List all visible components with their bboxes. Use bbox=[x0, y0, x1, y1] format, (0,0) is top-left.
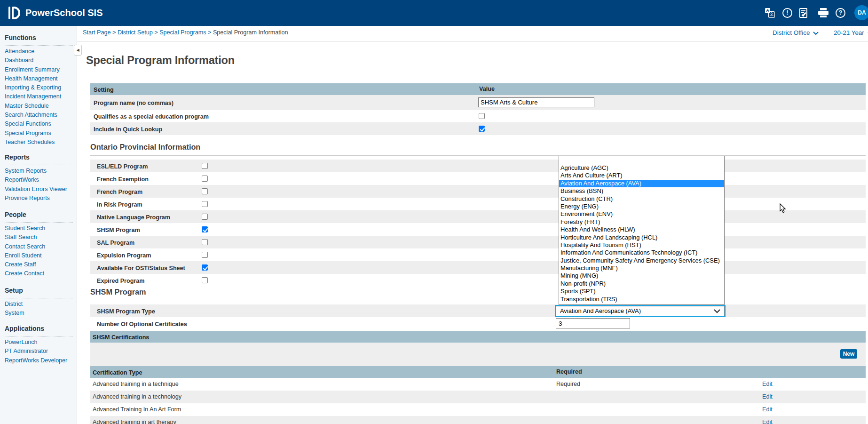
french-exemption-checkbox[interactable] bbox=[202, 176, 208, 182]
edit-link[interactable]: Edit bbox=[762, 403, 773, 416]
shsm-program-checkbox[interactable] bbox=[202, 226, 208, 232]
dropdown-option-health-and-wellness-hlw[interactable]: Health And Wellness (HLW) bbox=[559, 226, 724, 233]
breadcrumb-separator: > bbox=[206, 29, 213, 36]
sidebar-item-system[interactable]: System bbox=[5, 310, 24, 316]
sidebar-item-master-schedule[interactable]: Master Schedule bbox=[5, 103, 49, 109]
sidebar-item-staff-search[interactable]: Staff Search bbox=[5, 234, 37, 240]
translate-icon[interactable]: A 文 bbox=[765, 8, 775, 18]
sidebar-item-enroll-student[interactable]: Enroll Student bbox=[5, 252, 42, 259]
sidebar-item-pt-administrator[interactable]: PT Administrator bbox=[5, 348, 48, 354]
help-icon[interactable]: ? bbox=[836, 8, 845, 18]
sidebar-item-enrollment-summary[interactable]: Enrollment Summary bbox=[5, 66, 60, 73]
expired-program-checkbox[interactable] bbox=[202, 277, 208, 283]
sidebar-item-province-reports[interactable]: Province Reports bbox=[5, 195, 50, 201]
expulsion-program-checkbox[interactable] bbox=[202, 252, 208, 258]
native-language-program-checkbox[interactable] bbox=[202, 214, 208, 220]
sidebar-item-create-staff[interactable]: Create Staff bbox=[5, 261, 36, 268]
dropdown-option-construction-ctr[interactable]: Construction (CTR) bbox=[559, 195, 724, 203]
sidebar-item-special-functions[interactable]: Special Functions bbox=[5, 120, 51, 127]
sidebar-item-dashboard[interactable]: Dashboard bbox=[5, 57, 33, 64]
sidebar-item-importing-exporting[interactable]: Importing & Exporting bbox=[5, 84, 61, 91]
field-label: ESL/ELD Program bbox=[97, 163, 148, 170]
field-label: Expired Program bbox=[97, 278, 144, 284]
sidebar-item-reportworks-developer[interactable]: ReportWorks Developer bbox=[5, 357, 67, 364]
alert-icon[interactable]: ! bbox=[782, 8, 792, 18]
breadcrumb-special-programs[interactable]: Special Programs bbox=[159, 29, 206, 36]
sidebar-item-create-contact[interactable]: Create Contact bbox=[5, 270, 44, 277]
dropdown-option-mining-mng[interactable]: Mining (MNG) bbox=[559, 272, 724, 280]
shsm-program-type-select[interactable]: Aviation And Aerospace (AVA) bbox=[555, 305, 726, 317]
sidebar-list-item: System Reports bbox=[5, 167, 77, 176]
sidebar-item-special-programs[interactable]: Special Programs bbox=[5, 130, 51, 136]
dropdown-option-agriculture-agc[interactable]: Agriculture (AGC) bbox=[559, 164, 724, 172]
sidebar-item-contact-search[interactable]: Contact Search bbox=[5, 243, 45, 250]
sidebar-list: System ReportsReportWorksValidation Erro… bbox=[0, 167, 77, 203]
sidebar-list-item: Dashboard bbox=[5, 56, 77, 65]
edit-link[interactable]: Edit bbox=[762, 416, 773, 424]
printer-body bbox=[818, 11, 829, 15]
divider bbox=[5, 298, 73, 298]
optional-certificates-input[interactable] bbox=[556, 318, 630, 328]
breadcrumb-divider bbox=[77, 41, 868, 42]
sidebar-item-incident-management[interactable]: Incident Management bbox=[5, 93, 61, 100]
dropdown-option-manufacturing-mnf[interactable]: Manufacturing (MNF) bbox=[559, 264, 724, 272]
col-value: Value bbox=[479, 83, 495, 95]
print-icon[interactable] bbox=[818, 8, 829, 17]
field-label: Qualifies as a special education program bbox=[94, 113, 209, 120]
certifications-title: SHSM Certifications bbox=[93, 334, 149, 341]
term-selector[interactable]: 20-21 Year bbox=[834, 29, 868, 36]
sal-program-checkbox[interactable] bbox=[202, 239, 208, 245]
edit-link[interactable]: Edit bbox=[762, 391, 773, 403]
sidebar-item-student-search[interactable]: Student Search bbox=[5, 225, 45, 232]
dropdown-option-transportation-trs[interactable]: Transportation (TRS) bbox=[559, 296, 724, 303]
special-ed-checkbox[interactable] bbox=[479, 113, 485, 119]
dropdown-option-arts-and-culture-art[interactable]: Arts And Culture (ART) bbox=[559, 172, 724, 179]
breadcrumb-start-page[interactable]: Start Page bbox=[83, 29, 111, 36]
dropdown-option-environment-env[interactable]: Environment (ENV) bbox=[559, 210, 724, 218]
powerschool-logo-icon[interactable] bbox=[8, 7, 23, 19]
sidebar-collapse-button[interactable]: ◀ bbox=[74, 45, 82, 56]
dropdown-option-hospitality-and-tourism-hst[interactable]: Hospitality And Tourism (HST) bbox=[559, 241, 724, 249]
dropdown-option-energy-eng[interactable]: Energy (ENG) bbox=[559, 203, 724, 210]
french-program-checkbox[interactable] bbox=[202, 188, 208, 194]
sidebar-item-attendance[interactable]: Attendance bbox=[5, 48, 34, 55]
sidebar-section-title: Reports bbox=[5, 153, 77, 161]
dropdown-option-information-and-communications-technology-ict[interactable]: Information And Communications Technolog… bbox=[559, 249, 724, 256]
sidebar-list-item: Search Attachments bbox=[5, 111, 77, 120]
in-risk-program-checkbox[interactable] bbox=[202, 201, 208, 207]
divider bbox=[5, 222, 73, 223]
edit-link[interactable]: Edit bbox=[762, 378, 773, 391]
sidebar-item-validation-errors-viewer[interactable]: Validation Errors Viewer bbox=[5, 186, 67, 192]
dropdown-option-forestry-frt[interactable]: Forestry (FRT) bbox=[559, 218, 724, 226]
dropdown-option-horticulture-and-landscaping-hcl[interactable]: Horticulture And Landscaping (HCL) bbox=[559, 234, 724, 241]
sidebar-item-powerlunch[interactable]: PowerLunch bbox=[5, 339, 38, 345]
sidebar-item-reportworks[interactable]: ReportWorks bbox=[5, 176, 39, 183]
available-for-ost-status-sheet-checkbox[interactable] bbox=[202, 264, 208, 271]
program-name-input[interactable] bbox=[478, 97, 594, 107]
dropdown-option-sports-spt[interactable]: Sports (SPT) bbox=[559, 288, 724, 295]
sidebar-item-teacher-schedules[interactable]: Teacher Schedules bbox=[5, 139, 55, 145]
esl-eld-program-checkbox[interactable] bbox=[202, 163, 208, 169]
ontario-row-expulsion-program: Expulsion Program bbox=[90, 248, 866, 261]
form-check-icon[interactable] bbox=[799, 8, 807, 18]
new-button[interactable]: New bbox=[840, 349, 857, 359]
certifications-table: Advanced training in a techniqueRequired… bbox=[90, 378, 866, 424]
user-avatar[interactable]: DA bbox=[854, 5, 868, 20]
sidebar-section-reports: ReportsSystem ReportsReportWorksValidati… bbox=[0, 153, 77, 203]
dropdown-option-business-bsn[interactable]: Business (BSN) bbox=[559, 187, 724, 195]
breadcrumb-district-setup[interactable]: District Setup bbox=[118, 29, 153, 36]
dropdown-option-aviation-and-aerospace-ava[interactable]: Aviation And Aerospace (AVA) bbox=[559, 180, 724, 187]
school-selector[interactable]: District Office bbox=[773, 29, 819, 36]
certifications-toolbar bbox=[90, 343, 866, 366]
sidebar-item-search-attachments[interactable]: Search Attachments bbox=[5, 112, 57, 118]
sidebar-item-system-reports[interactable]: System Reports bbox=[5, 168, 47, 174]
divider bbox=[5, 45, 73, 46]
certification-type: Advanced training in art therapy bbox=[93, 419, 176, 424]
certifications-table-header: Certification Type Required bbox=[90, 366, 866, 378]
dropdown-option-non-profit-npr[interactable]: Non-profit (NPR) bbox=[559, 280, 724, 288]
quick-lookup-checkbox[interactable] bbox=[479, 126, 485, 132]
ontario-section-title: Ontario Provincial Information bbox=[90, 143, 200, 152]
dropdown-option-justice-community-safety-and-emergency-services-cse[interactable]: Justice, Community Safety And Emergency … bbox=[559, 257, 724, 264]
sidebar-item-district[interactable]: District bbox=[5, 301, 23, 307]
sidebar-item-health-management[interactable]: Health Management bbox=[5, 75, 58, 82]
